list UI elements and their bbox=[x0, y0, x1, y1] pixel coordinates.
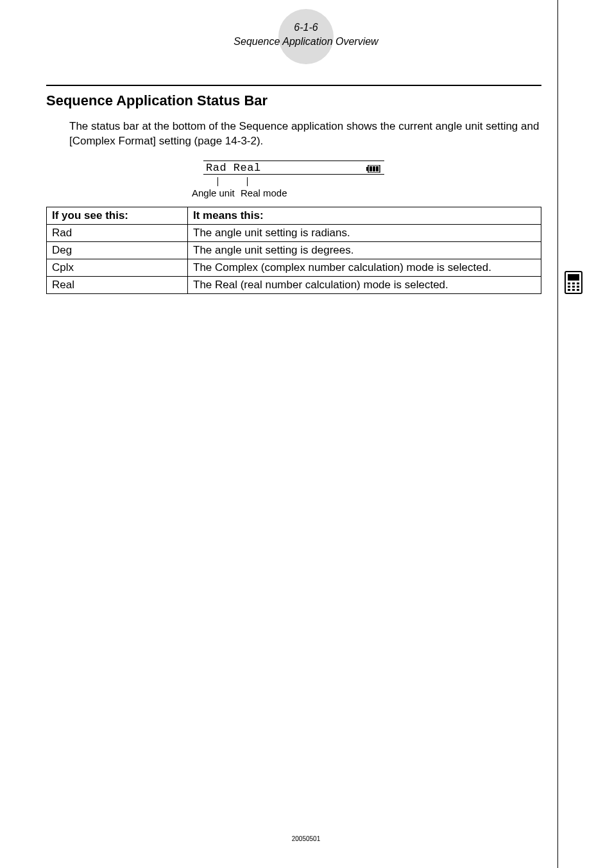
calculator-icon bbox=[565, 271, 582, 297]
status-meaning-table: If you see this: It means this: Rad The … bbox=[46, 207, 541, 294]
svg-rect-8 bbox=[568, 289, 570, 291]
svg-rect-3 bbox=[572, 282, 575, 284]
statusbar-figure: Rad Real Angle unit Real mode bbox=[46, 161, 541, 204]
table-cell-value: The Real (real number calculation) mode … bbox=[188, 276, 541, 293]
page-header: 6-1-6 Sequence Application Overview bbox=[0, 21, 612, 48]
svg-rect-15 bbox=[376, 166, 378, 171]
callout-real-mode: Real mode bbox=[241, 187, 287, 198]
svg-rect-6 bbox=[572, 286, 575, 288]
vertical-rule bbox=[557, 0, 558, 868]
intro-paragraph: The status bar at the bottom of the Sequ… bbox=[69, 119, 541, 149]
table-cell-value: The angle unit setting is degrees. bbox=[188, 241, 541, 259]
content-area: Sequence Application Status Bar The stat… bbox=[46, 85, 541, 294]
table-header-key: If you see this: bbox=[47, 207, 188, 224]
horizontal-rule bbox=[46, 85, 541, 86]
page-number: 6-1-6 bbox=[0, 21, 612, 35]
table-cell-key: Cplx bbox=[47, 259, 188, 276]
table-header-row: If you see this: It means this: bbox=[47, 207, 541, 224]
svg-rect-1 bbox=[568, 274, 579, 281]
svg-rect-2 bbox=[568, 282, 570, 284]
table-row: Rad The angle unit setting is radians. bbox=[47, 224, 541, 241]
callout-tick bbox=[247, 177, 248, 186]
section-title: Sequence Application Overview bbox=[0, 35, 612, 49]
table-cell-key: Rad bbox=[47, 224, 188, 241]
svg-rect-4 bbox=[577, 282, 579, 284]
svg-rect-14 bbox=[373, 166, 375, 171]
heading: Sequence Application Status Bar bbox=[46, 92, 541, 109]
table-cell-value: The angle unit setting is radians. bbox=[188, 224, 541, 241]
table-cell-value: The Complex (complex number calculation)… bbox=[188, 259, 541, 276]
statusbar-box: Rad Real bbox=[203, 161, 384, 175]
table-row: Real The Real (real number calculation) … bbox=[47, 276, 541, 293]
table-cell-key: Deg bbox=[47, 241, 188, 259]
table-header-value: It means this: bbox=[188, 207, 541, 224]
statusbar-text: Rad Real bbox=[206, 162, 261, 174]
table-row: Cplx The Complex (complex number calcula… bbox=[47, 259, 541, 276]
svg-rect-5 bbox=[568, 286, 570, 288]
callout-row: Angle unit Real mode bbox=[203, 177, 384, 204]
footer-code: 20050501 bbox=[0, 835, 612, 842]
callout-angle-unit: Angle unit bbox=[192, 187, 235, 198]
table-row: Deg The angle unit setting is degrees. bbox=[47, 241, 541, 259]
svg-rect-9 bbox=[572, 289, 575, 291]
table-cell-key: Real bbox=[47, 276, 188, 293]
svg-rect-10 bbox=[577, 289, 579, 291]
page: 6-1-6 Sequence Application Overview Sequ… bbox=[0, 0, 612, 868]
svg-rect-13 bbox=[370, 166, 372, 171]
battery-icon bbox=[366, 164, 380, 175]
callout-tick bbox=[217, 177, 218, 186]
svg-rect-7 bbox=[577, 286, 579, 288]
